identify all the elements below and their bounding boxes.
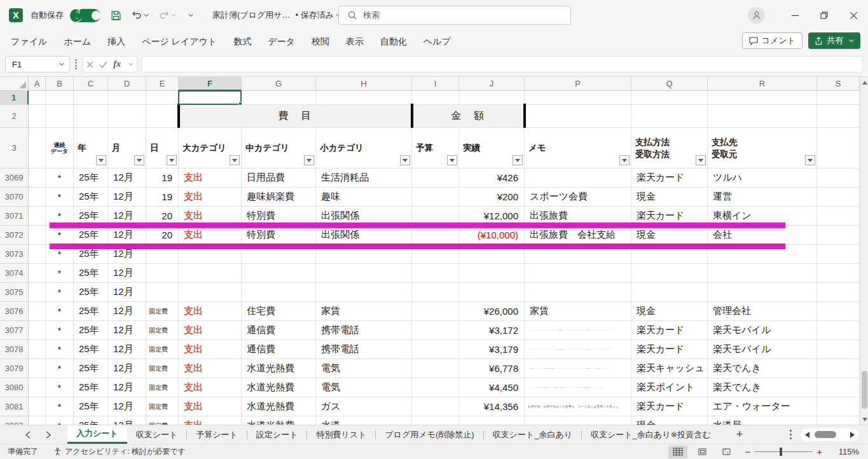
ribbon-tab-home[interactable]: ホーム [55,31,99,52]
cell-E3069[interactable]: 19 [146,168,179,188]
search-box[interactable]: 検索 [338,6,571,25]
highlight-bar-top[interactable] [50,223,785,228]
cell-I3075[interactable] [412,283,459,302]
sheet-tab-balance-sheet[interactable]: 収支シート [127,425,187,444]
cell-R3079[interactable]: 楽天でんき [708,359,817,378]
cell-S3078[interactable] [817,340,860,359]
row-header-3071[interactable]: 3071 [0,207,29,226]
cell-A3082[interactable] [29,416,46,425]
cell-G3080[interactable]: 水道光熱費 [242,378,316,397]
ribbon-tab-formulas[interactable]: 数式 [225,31,259,52]
cell-G3079[interactable]: 水道光熱費 [242,359,316,378]
filter-button-G[interactable] [304,155,314,165]
cell-R3072[interactable]: 会社 [708,226,817,245]
filter-button-C[interactable] [96,155,106,165]
cell-I3081[interactable] [412,397,459,416]
page-break-view-button[interactable] [717,446,736,458]
row-header-3076[interactable]: 3076 [0,302,29,321]
cell-R3080[interactable]: 楽天でんき [708,378,817,397]
cell-D3077[interactable]: 12月 [108,321,146,340]
cell-Q2[interactable] [631,105,708,128]
row-header-3075[interactable]: 3075 [0,283,29,302]
cell-C3075[interactable]: 25年 [74,283,108,302]
cell-E3077[interactable]: 固定費 [146,321,179,340]
cell-P3074[interactable] [525,264,631,283]
cell-Q3082[interactable]: 現金 [631,416,708,425]
cell-D3074[interactable]: 12月 [108,264,146,283]
header-cell-E[interactable]: 日 [146,128,179,168]
cell-E1[interactable] [146,91,179,105]
cell-I3076[interactable] [412,302,459,321]
cell-C3082[interactable]: 25年 [74,416,108,425]
cell-B3078[interactable]: * [46,340,74,359]
cell-A3073[interactable] [29,245,46,264]
row-header-3069[interactable]: 3069 [0,168,29,188]
cell-F3072[interactable]: 支出 [179,226,242,245]
column-header-P[interactable]: P [525,77,631,91]
cell-F3080[interactable]: 支出 [179,378,242,397]
header-cell-F[interactable]: 大カテゴリ [179,128,242,168]
cell-A3077[interactable] [29,321,46,340]
cell-C1[interactable] [74,91,108,105]
cell-D3076[interactable]: 12月 [108,302,146,321]
cell-G3082[interactable]: 水道光熱費 [242,416,316,425]
cell-P3078[interactable]: · ········ ··· ···········––· ··········… [525,340,631,359]
cell-G3075[interactable] [242,283,316,302]
cell-H3075[interactable] [316,283,412,302]
ribbon-tab-help[interactable]: ヘルプ [415,31,459,52]
cell-B3079[interactable]: * [46,359,74,378]
cell-P3070[interactable]: スポーツ会費 [525,188,631,207]
cell-F3082[interactable]: 支出 [179,416,242,425]
sheet-tab-balance-sheet-margin[interactable]: 収支シート_余白あり [484,425,581,444]
cell-S3070[interactable] [817,188,860,207]
row-header-3078[interactable]: 3078 [0,340,29,359]
cell-B3081[interactable]: * [46,397,74,416]
zoom-out-button[interactable]: − [741,446,754,457]
row-header-3072[interactable]: 3072 [0,226,29,245]
cell-P3081[interactable]: 前月中旬～当月中旬までの使用分 カード払いは翌月に引落とし [525,397,631,416]
cell-R3076[interactable]: 管理会社 [708,302,817,321]
row-header-2[interactable]: 2 [0,105,29,128]
cell-Q3075[interactable] [631,283,708,302]
cell-A3078[interactable] [29,340,46,359]
close-button[interactable] [839,0,868,31]
cell-C3078[interactable]: 25年 [74,340,108,359]
cell-P3082[interactable] [525,416,631,425]
accessibility-status[interactable]: アクセシビリティ: 検討が必要です [53,446,186,457]
cell-S1[interactable] [817,91,860,105]
cell-B3080[interactable]: * [46,378,74,397]
filter-button-Q[interactable] [696,155,706,165]
scroll-down-button[interactable] [860,414,868,424]
cell-R2[interactable] [708,105,817,128]
header-cell-S[interactable] [817,128,860,168]
cell-E3078[interactable]: 固定費 [146,340,179,359]
cell-A3075[interactable] [29,283,46,302]
header-cell-H[interactable]: 小カテゴリ [316,128,412,168]
highlight-bar-bottom[interactable] [50,243,785,249]
scroll-up-button[interactable] [860,78,868,87]
cell-G3077[interactable]: 通信費 [242,321,316,340]
cell-Q3080[interactable]: 楽天ポイント [631,378,708,397]
cell-B1[interactable] [46,91,74,105]
cell-F3078[interactable]: 支出 [179,340,242,359]
cell-S3073[interactable] [817,245,860,264]
cell-B3082[interactable]: * [46,416,74,425]
cell-F3070[interactable]: 支出 [179,188,242,207]
zoom-in-button[interactable]: + [813,446,826,457]
cell-A3079[interactable] [29,359,46,378]
header-cell-A[interactable] [29,128,46,168]
autosave-toggle[interactable]: オン [70,9,100,22]
header-cell-P[interactable]: メモ [525,128,631,168]
cell-H3082[interactable]: 水道 [316,416,412,425]
ribbon-tab-review[interactable]: 校閲 [303,31,338,52]
cell-I3072[interactable] [412,226,459,245]
cell-B3070[interactable]: * [46,188,74,207]
cell-H3077[interactable]: 携帯電話 [316,321,412,340]
cell-J3080[interactable]: ¥4,450 [459,378,525,397]
cell-Q3070[interactable]: 現金 [631,188,708,207]
cell-J3074[interactable] [459,264,525,283]
cell-A3080[interactable] [29,378,46,397]
cell-R3070[interactable]: 運営 [708,188,817,207]
cell-C3072[interactable]: 25年 [74,226,108,245]
zoom-slider[interactable] [754,451,813,452]
